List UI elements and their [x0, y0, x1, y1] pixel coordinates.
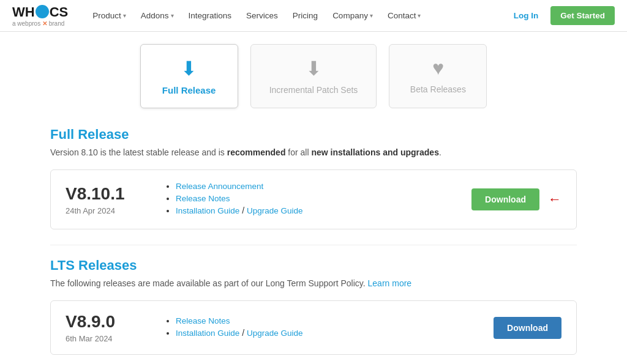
logo-text-cs: CS — [50, 4, 69, 20]
chevron-down-icon: ▾ — [123, 12, 126, 19]
logo-icon — [36, 5, 49, 18]
lts-installation-guide-link[interactable]: Installation Guide — [176, 329, 239, 338]
header-actions: Log In Get Started — [508, 6, 615, 25]
download-button-full[interactable]: Download — [471, 188, 539, 210]
main-nav: Product ▾ Addons ▾ Integrations Services… — [86, 7, 508, 24]
tab-full-release[interactable]: ⬇ Full Release — [140, 44, 238, 108]
lts-releases-section: LTS Releases The following releases are … — [50, 258, 577, 355]
tab-beta-releases[interactable]: ♥ Beta Releases — [389, 44, 487, 108]
lts-title: LTS Releases — [50, 258, 577, 273]
chevron-down-icon: ▾ — [171, 12, 174, 19]
lts-release-action: Download — [494, 317, 561, 339]
nav-item-services[interactable]: Services — [240, 7, 284, 24]
nav-item-contact[interactable]: Contact ▾ — [381, 7, 427, 24]
nav-item-product[interactable]: Product ▾ — [86, 7, 132, 24]
section-divider — [50, 245, 577, 245]
nav-item-company[interactable]: Company ▾ — [326, 7, 379, 24]
logo-text-wh: WH — [12, 4, 35, 20]
full-release-description: Version 8.10 is the latest stable releas… — [50, 147, 577, 157]
release-date: 24th Apr 2024 — [66, 206, 151, 215]
tab-incremental-label: Incremental Patch Sets — [269, 85, 358, 95]
main-content: ⬇ Full Release ⬇ Incremental Patch Sets … — [38, 32, 589, 364]
installation-guide-link[interactable]: Installation Guide — [176, 206, 239, 215]
arrow-indicator: ← — [548, 191, 561, 207]
lts-release-links: Release Notes Installation Guide / Upgra… — [151, 316, 494, 340]
download-button-lts[interactable]: Download — [494, 317, 561, 339]
nav-item-addons[interactable]: Addons ▾ — [135, 7, 180, 24]
chevron-down-icon: ▾ — [370, 12, 373, 19]
nav-item-integrations[interactable]: Integrations — [182, 7, 238, 24]
lts-release-date: 6th Mar 2024 — [66, 334, 151, 343]
main-header: WHCS a webpros ✕ brand Product ▾ Addons … — [0, 0, 627, 32]
lts-upgrade-guide-link[interactable]: Upgrade Guide — [247, 329, 303, 338]
full-release-card: V8.10.1 24th Apr 2024 Release Announceme… — [50, 169, 577, 229]
full-release-title: Full Release — [50, 127, 577, 143]
tab-beta-label: Beta Releases — [408, 84, 468, 94]
full-release-section: Full Release Version 8.10 is the latest … — [50, 127, 577, 229]
lts-release-card: V8.9.0 6th Mar 2024 Release Notes Instal… — [50, 300, 577, 355]
learn-more-link[interactable]: Learn more — [368, 278, 412, 288]
logo: WHCS a webpros ✕ brand — [12, 4, 68, 27]
tab-full-release-label: Full Release — [159, 85, 219, 95]
lts-version-number: V8.9.0 — [66, 312, 151, 332]
release-tabs: ⬇ Full Release ⬇ Incremental Patch Sets … — [50, 44, 577, 108]
nav-item-pricing[interactable]: Pricing — [287, 7, 324, 24]
download-icon: ⬇ — [159, 57, 219, 80]
download-icon-patch: ⬇ — [269, 57, 358, 80]
lts-version-block: V8.9.0 6th Mar 2024 — [66, 312, 151, 343]
logo-sub: a webpros ✕ brand — [12, 20, 68, 27]
chevron-down-icon: ▾ — [418, 12, 421, 19]
heart-icon: ♥ — [408, 57, 468, 80]
release-notes-link[interactable]: Release Notes — [176, 194, 230, 203]
lts-description: The following releases are made availabl… — [50, 278, 577, 288]
release-announcement-link[interactable]: Release Announcement — [176, 182, 263, 191]
release-links: Release Announcement Release Notes Insta… — [151, 181, 471, 218]
version-number: V8.10.1 — [66, 184, 151, 204]
version-block: V8.10.1 24th Apr 2024 — [66, 184, 151, 215]
tab-incremental-patch[interactable]: ⬇ Incremental Patch Sets — [250, 44, 377, 108]
upgrade-guide-link[interactable]: Upgrade Guide — [247, 206, 303, 215]
lts-release-notes-link[interactable]: Release Notes — [176, 316, 230, 325]
release-action: Download ← — [471, 188, 561, 210]
get-started-button[interactable]: Get Started — [550, 6, 615, 25]
login-button[interactable]: Log In — [508, 7, 545, 24]
